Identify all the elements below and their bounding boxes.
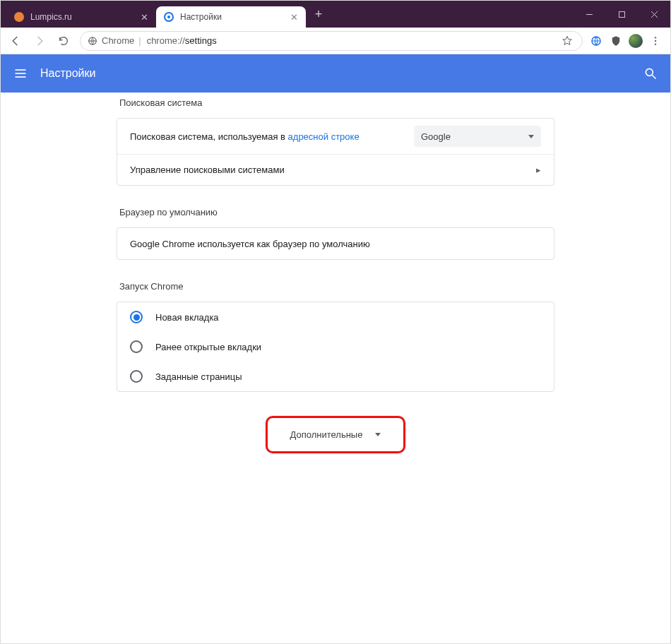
radio-new-tab[interactable]: Новая вкладка [117,302,554,332]
back-button[interactable] [5,30,26,52]
titlebar: Lumpics.ru ✕ Настройки ✕ + [1,1,670,28]
radio-specific-pages[interactable]: Заданные страницы [117,362,554,391]
menu-icon[interactable] [13,66,28,80]
radio-icon[interactable] [130,370,143,383]
svg-point-16 [646,68,653,76]
browser-window: Lumpics.ru ✕ Настройки ✕ + Chr [0,0,671,644]
default-browser-card: Google Chrome используется как браузер п… [117,227,554,260]
radio-label: Новая вкладка [155,312,219,323]
svg-point-10 [655,37,656,38]
section-on-startup-title: Запуск Chrome [119,281,554,292]
radio-continue[interactable]: Ранее открытые вкладки [117,332,554,362]
on-startup-card: Новая вкладка Ранее открытые вкладки Зад… [117,302,554,392]
close-icon[interactable]: ✕ [289,12,299,22]
window-controls [573,1,670,28]
search-icon[interactable] [643,66,658,80]
row-search-engine-used[interactable]: Поисковая система, используемая в адресн… [117,119,554,154]
advanced-label: Дополнительные [290,429,363,440]
radio-label: Ранее открытые вкладки [155,342,261,352]
content-area: Размер шрифта Средний (рекомендуется) На… [1,93,670,643]
row-default-browser: Google Chrome используется как браузер п… [117,228,554,259]
tab-lumpics[interactable]: Lumpics.ru ✕ [6,6,156,28]
tab-title: Lumpics.ru [30,12,133,22]
section-search-engine-title: Поисковая система [119,97,554,108]
svg-point-11 [655,40,656,41]
omnibox-url: chrome://settings [147,35,217,46]
site-info[interactable]: Chrome | [88,35,141,46]
settings-header: Настройки [1,54,670,93]
chevron-right-icon: ▸ [536,165,541,175]
svg-point-12 [655,43,656,44]
radio-icon[interactable] [130,311,143,323]
star-icon[interactable] [559,33,575,49]
tab-title: Настройки [180,12,283,22]
close-icon[interactable]: ✕ [139,12,149,22]
advanced-section: Дополнительные [117,416,554,453]
forward-button[interactable] [29,30,50,52]
advanced-button[interactable]: Дополнительные [275,422,397,447]
select-value: Google [421,131,451,142]
profile-avatar[interactable] [628,33,643,49]
svg-line-17 [653,76,656,79]
maximize-button[interactable] [605,1,638,28]
section-default-browser-title: Браузер по умолчанию [119,207,554,217]
svg-point-2 [167,16,170,18]
menu-button[interactable] [648,33,663,49]
close-window-button[interactable] [638,1,670,28]
radio-icon[interactable] [130,340,143,353]
label: Google Chrome используется как браузер п… [130,239,541,249]
favicon-settings [163,11,174,23]
new-tab-button[interactable]: + [309,7,328,22]
annotation-highlight: Дополнительные [266,416,406,453]
extension-shield-icon[interactable] [608,33,624,49]
reload-button[interactable] [53,30,74,52]
radio-label: Заданные страницы [155,371,242,382]
tab-settings[interactable]: Настройки ✕ [156,6,306,28]
scroll-container[interactable]: Размер шрифта Средний (рекомендуется) На… [1,93,670,643]
toolbar: Chrome | chrome://settings [1,28,670,54]
extension-globe-icon[interactable] [588,33,604,49]
svg-rect-4 [619,11,624,17]
omnibox[interactable]: Chrome | chrome://settings [80,31,583,51]
minimize-button[interactable] [573,1,605,28]
select-search-engine[interactable]: Google [414,126,541,147]
link-address-bar[interactable]: адресной строке [288,131,360,142]
tab-strip: Lumpics.ru ✕ Настройки ✕ + [1,1,573,28]
favicon-lumpics [13,11,25,23]
separator: | [138,35,141,46]
label: Поисковая система, используемая в адресн… [130,131,414,142]
label: Управление поисковыми системами [130,165,536,175]
chevron-down-icon [375,433,381,436]
search-engine-card: Поисковая система, используемая в адресн… [117,118,554,186]
extensions [588,33,666,49]
page-title: Настройки [40,67,631,80]
svg-point-0 [14,12,24,22]
omnibox-chip: Chrome [102,35,134,46]
chevron-down-icon [528,135,534,138]
row-manage-search-engines[interactable]: Управление поисковыми системами ▸ [117,154,554,185]
